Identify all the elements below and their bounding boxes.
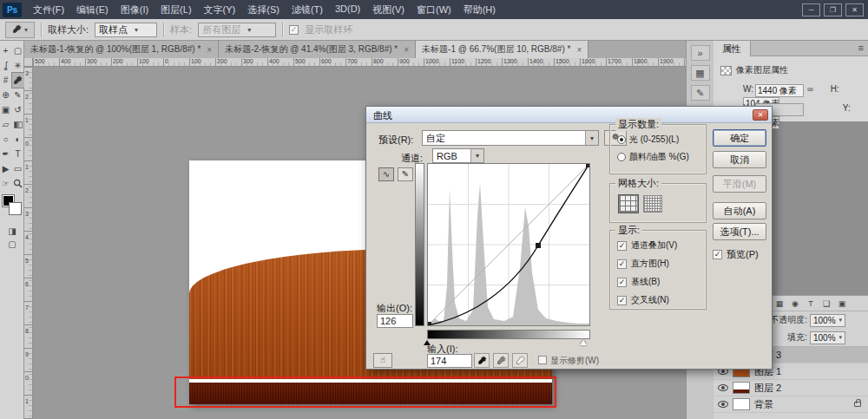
- tab-close-icon[interactable]: ×: [576, 45, 582, 55]
- background-color-swatch[interactable]: [10, 203, 21, 214]
- dodge-tool[interactable]: ◐: [12, 132, 24, 147]
- zoom-tool[interactable]: [12, 176, 24, 191]
- layer-row-4[interactable]: 背景: [713, 396, 868, 413]
- dialog-close-button[interactable]: ✕: [753, 109, 768, 121]
- link-icon[interactable]: ∞: [807, 84, 813, 94]
- visibility-eye-icon[interactable]: [718, 384, 728, 391]
- pixel-filter-icon[interactable]: ▦: [774, 299, 785, 308]
- menu-item-11[interactable]: 帮助(H): [457, 1, 502, 19]
- draw-curve-pencil-button[interactable]: ✎: [398, 167, 413, 181]
- minimize-button[interactable]: ─: [802, 3, 820, 16]
- preview-checkbox[interactable]: ✓: [713, 250, 722, 259]
- auto-button[interactable]: 自动(A): [713, 202, 766, 219]
- show-option-4[interactable]: ✓交叉线(N): [617, 294, 706, 306]
- visibility-eye-icon[interactable]: [718, 401, 728, 408]
- document-tab-2[interactable]: 未标题-2-恢复的 @ 41.4%(图层 3, RGB/8#) *×: [219, 41, 416, 58]
- show-option-1[interactable]: ✓通道叠加(V): [617, 239, 706, 252]
- document-tab-3[interactable]: 未标题-1 @ 66.7%(图层 10, RGB/8#) *×: [416, 41, 589, 58]
- gradient-tool[interactable]: [12, 117, 24, 132]
- menu-item-3[interactable]: 图像(I): [115, 1, 155, 19]
- display-amount-option-2[interactable]: 颜料/油墨 %(G): [617, 151, 706, 163]
- coarse-grid-icon[interactable]: [619, 195, 638, 213]
- eraser-tool[interactable]: ▱: [0, 117, 12, 132]
- white-point-eyedropper-button[interactable]: [512, 353, 528, 368]
- crop-tool[interactable]: #: [0, 73, 12, 88]
- preset-select[interactable]: 自定 ▾: [422, 130, 599, 146]
- shape-filter-icon[interactable]: ❑: [821, 299, 832, 308]
- show-option-2[interactable]: ✓直方图(H): [617, 258, 706, 270]
- menu-item-8[interactable]: 3D(D): [329, 1, 366, 19]
- targeted-adjustment-button[interactable]: ☝: [373, 353, 392, 368]
- type-tool[interactable]: T: [12, 147, 24, 161]
- opacity-select[interactable]: 100% ▾: [810, 314, 845, 327]
- menu-item-7[interactable]: 滤镜(T): [286, 1, 329, 19]
- adjustment-filter-icon[interactable]: ◉: [790, 299, 800, 308]
- hand-tool[interactable]: ☞: [0, 176, 12, 191]
- magic-wand-tool[interactable]: ✳: [12, 58, 24, 73]
- curves-plot[interactable]: [427, 163, 590, 326]
- current-tool-chip[interactable]: ▾: [5, 22, 35, 38]
- width-field[interactable]: 1440 像素: [755, 84, 804, 97]
- dialog-title-bar[interactable]: 曲线: [366, 107, 772, 123]
- curve-control-point[interactable]: [536, 243, 541, 248]
- show-sampling-ring-checkbox[interactable]: ✓: [289, 25, 299, 35]
- document-tab-1[interactable]: 未标题-1-恢复的 @ 100%(图层 1, RGB/8#) *×: [24, 41, 219, 58]
- eyedropper-tool[interactable]: [12, 73, 24, 88]
- maximize-button[interactable]: ❐: [824, 3, 842, 16]
- ok-button[interactable]: 确定: [713, 129, 766, 147]
- tab-close-icon[interactable]: ×: [207, 45, 212, 55]
- blur-tool[interactable]: ○: [0, 132, 12, 147]
- history-brush-tool[interactable]: ↺: [12, 102, 24, 117]
- input-field[interactable]: 174: [427, 354, 472, 368]
- layer-row-3[interactable]: 图层 2: [713, 380, 868, 396]
- fill-select[interactable]: 100% ▾: [810, 331, 845, 344]
- show-option-3[interactable]: ✓基线(B): [617, 276, 706, 288]
- show-clipping-checkbox[interactable]: [538, 356, 547, 364]
- type-filter-icon[interactable]: T: [806, 299, 816, 308]
- edit-points-tool-button[interactable]: ∿: [378, 167, 394, 181]
- menu-item-4[interactable]: 图层(L): [155, 1, 197, 19]
- black-point-eyedropper-button[interactable]: [474, 353, 490, 368]
- quick-mask-icon[interactable]: ◨: [0, 225, 24, 238]
- tab-close-icon[interactable]: ×: [404, 45, 409, 55]
- healing-brush-tool[interactable]: ⊕: [0, 88, 12, 102]
- curve-endpoint[interactable]: [428, 322, 431, 325]
- smart-object-filter-icon[interactable]: ▣: [837, 299, 847, 308]
- menu-item-10[interactable]: 窗口(W): [411, 1, 457, 19]
- cancel-button[interactable]: 取消: [713, 151, 766, 168]
- move-tool[interactable]: +: [0, 43, 12, 58]
- output-field[interactable]: 126: [377, 314, 413, 328]
- fine-grid-icon[interactable]: [643, 195, 662, 213]
- tab-properties[interactable]: 属性: [713, 41, 751, 56]
- ruler-label: 300: [243, 58, 253, 64]
- menu-item-2[interactable]: 编辑(E): [70, 1, 115, 19]
- menu-item-6[interactable]: 选择(S): [241, 1, 286, 19]
- clone-stamp-tool[interactable]: ▣: [0, 102, 12, 117]
- pen-tool[interactable]: ✒: [0, 147, 12, 161]
- curve-endpoint[interactable]: [586, 164, 589, 167]
- sample-size-label: 取样大小:: [48, 23, 89, 36]
- collapsed-panel-icon-2[interactable]: ✎: [691, 85, 710, 101]
- shape-tool[interactable]: ▭: [12, 161, 24, 176]
- menu-item-5[interactable]: 文字(Y): [198, 1, 242, 19]
- marquee-tool[interactable]: ▢: [12, 43, 24, 58]
- sample-select[interactable]: 所有图层 ▾: [198, 23, 276, 37]
- screen-mode-icon[interactable]: ▢: [0, 238, 24, 251]
- tools-panel: +▢ʆ✳#⊕✎▣↺▱○◐✒T▶▭☞ ◨▢: [0, 41, 24, 419]
- panel-menu-icon[interactable]: ≡: [858, 43, 864, 53]
- lasso-tool[interactable]: ʆ: [0, 58, 12, 73]
- collapsed-panel-icon-1[interactable]: ▦: [691, 65, 710, 81]
- gray-point-eyedropper-button[interactable]: [493, 353, 509, 368]
- smooth-button[interactable]: 平滑(M): [713, 175, 766, 193]
- brush-tool[interactable]: ✎: [12, 88, 24, 102]
- white-point-slider[interactable]: [580, 340, 587, 345]
- sample-size-select[interactable]: 取样点 ▾: [95, 23, 157, 37]
- menu-item-9[interactable]: 视图(V): [366, 1, 411, 19]
- options-button[interactable]: 选项(T)...: [713, 223, 766, 240]
- close-button[interactable]: ✕: [845, 3, 864, 16]
- channel-select[interactable]: RGB ▾: [432, 148, 484, 163]
- path-select-tool[interactable]: ▶: [0, 161, 12, 176]
- display-amount-option-1[interactable]: 光 (0-255)(L): [617, 134, 706, 146]
- collapse-dock-icon[interactable]: »: [691, 45, 710, 61]
- menu-item-1[interactable]: 文件(F): [27, 1, 70, 19]
